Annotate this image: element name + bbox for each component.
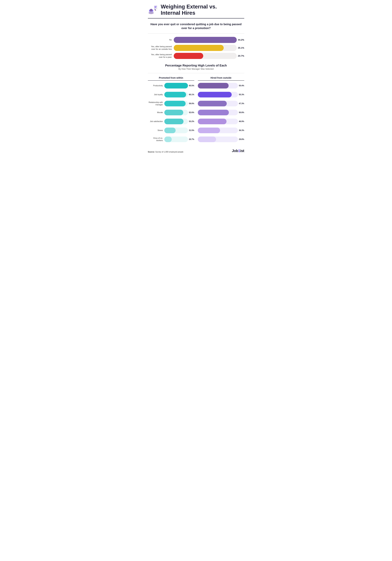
bar-row-right: 50.4%	[198, 82, 244, 89]
bar-row-left: Job loyalty60.1%	[148, 91, 194, 98]
header-title: Weighing External vs. Internal Hires	[161, 3, 217, 16]
svg-rect-7	[155, 7, 156, 7]
bar-value: 31.5%	[189, 129, 194, 131]
bar-row-right: 29.8%	[198, 136, 244, 143]
bar-row-right: 36.3%	[198, 127, 244, 134]
bar-fill	[164, 101, 186, 106]
bar-fill	[198, 110, 229, 115]
bar-label: Job loyalty	[148, 93, 164, 96]
bar-fill	[198, 137, 216, 142]
bar-value: 36.3%	[239, 129, 244, 131]
bar-value: 47.3%	[239, 103, 244, 105]
bar-row-right: 50.8%	[198, 109, 244, 116]
bar-container	[198, 101, 238, 106]
bar-value: 59.0%	[189, 103, 194, 105]
chart-col-right: Hired from outside50.4%55.3%47.3%50.8%46…	[198, 76, 244, 145]
svg-rect-5	[154, 5, 157, 10]
chart-col-right-divider	[198, 80, 244, 81]
bar-container	[198, 92, 238, 97]
bar-container	[164, 101, 188, 106]
bar-fill	[174, 37, 237, 43]
bar-container	[164, 110, 188, 115]
bar-label: Yes, after being passed over for an outs…	[148, 45, 174, 51]
chart-col-left: Promoted from withinProductivity65.5%Job…	[148, 76, 194, 145]
header: Weighing External vs. Internal Hires	[148, 3, 244, 16]
bar-fill	[198, 92, 232, 97]
bar-value: 55.3%	[239, 94, 244, 96]
chart-col-right-label: Hired from outside	[198, 76, 244, 79]
chart-col-left-divider	[148, 80, 194, 81]
bar-container	[198, 128, 238, 133]
bar-fill	[164, 128, 176, 133]
bar-fill	[198, 119, 227, 124]
bar-container	[198, 110, 238, 115]
bar-value: 65.5%	[189, 85, 194, 87]
bar-track	[174, 53, 237, 59]
bar-row: Yes, after being passed over for a peer2…	[148, 53, 244, 59]
bar-value: 46.9%	[239, 120, 244, 122]
bar-container	[198, 83, 238, 88]
bar-fill	[174, 45, 224, 51]
bar-value: 50.4%	[239, 85, 244, 87]
bar-value: 60.1%	[189, 94, 194, 96]
footer: Source: Survey of 1,000 employed people …	[148, 149, 244, 153]
footer-source-label: Source:	[148, 151, 155, 153]
bar-value: 44.2%	[238, 39, 244, 41]
bar-row-left: Stress31.5%	[148, 127, 194, 134]
bar-label: Relationship with manager	[148, 101, 164, 106]
bar-container	[164, 92, 188, 97]
bar-fill	[198, 101, 227, 106]
bar-track	[174, 45, 237, 51]
bar-row-left: Envy of co-workers20.7%	[148, 136, 194, 143]
chart-gap	[194, 76, 198, 145]
bar-track	[174, 37, 237, 43]
bar-fill	[174, 53, 203, 59]
footer-source: Source: Survey of 1,000 employed people	[148, 151, 183, 153]
bar-label: Yes, after being passed over for a peer	[148, 53, 174, 58]
svg-point-3	[150, 9, 153, 11]
bar-label: Morale	[148, 111, 164, 114]
bar-label: No	[148, 39, 174, 41]
double-chart: Promoted from withinProductivity65.5%Job…	[148, 76, 244, 145]
bar-label: Envy of co-workers	[148, 137, 164, 142]
bar-label: Productivity	[148, 85, 164, 87]
bar-fill	[164, 137, 172, 142]
bar-fill	[164, 110, 183, 115]
svg-point-4	[149, 12, 154, 14]
bar-value: 52.6%	[189, 111, 194, 114]
bar-row-left: Morale52.6%	[148, 109, 194, 116]
bar-row-right: 47.3%	[198, 100, 244, 107]
bar-container	[198, 137, 238, 142]
bar-value: 50.8%	[239, 111, 244, 114]
bar-chart-1: No44.2%Yes, after being passed over for …	[148, 37, 244, 59]
bar-row: No44.2%	[148, 37, 244, 43]
section1: Have you ever quit or considered quittin…	[148, 22, 244, 59]
bar-label: Stress	[148, 129, 164, 131]
bar-value: 20.7%	[189, 138, 194, 140]
bar-container	[164, 83, 188, 88]
bar-fill	[164, 83, 188, 88]
bar-fill	[164, 92, 186, 97]
svg-rect-6	[155, 6, 157, 6]
bar-fill	[198, 83, 229, 88]
section1-question: Have you ever quit or considered quittin…	[148, 22, 244, 30]
bar-row-left: Job satisfaction53.2%	[148, 118, 194, 125]
bar-value: 53.2%	[189, 120, 194, 122]
bar-row-right: 55.3%	[198, 91, 244, 98]
header-divider	[148, 18, 244, 19]
bar-fill	[164, 119, 184, 124]
section2-divider	[148, 73, 244, 73]
chart-col-left-label: Promoted from within	[148, 76, 194, 79]
header-icon	[148, 4, 158, 15]
bar-value: 29.8%	[239, 138, 244, 140]
bar-row-right: 46.9%	[198, 118, 244, 125]
bar-row: Yes, after being passed over for an outs…	[148, 45, 244, 51]
bar-row-left: Relationship with manager59.0%	[148, 100, 194, 107]
section2-subtitle: By How Their Manager Was Selected	[148, 68, 244, 70]
bar-row-left: Productivity65.5%	[148, 82, 194, 89]
bar-value: 35.1%	[238, 47, 244, 49]
bar-container	[164, 119, 188, 124]
bar-container	[164, 137, 188, 142]
bar-container	[198, 119, 238, 124]
bar-value: 20.7%	[238, 54, 244, 57]
